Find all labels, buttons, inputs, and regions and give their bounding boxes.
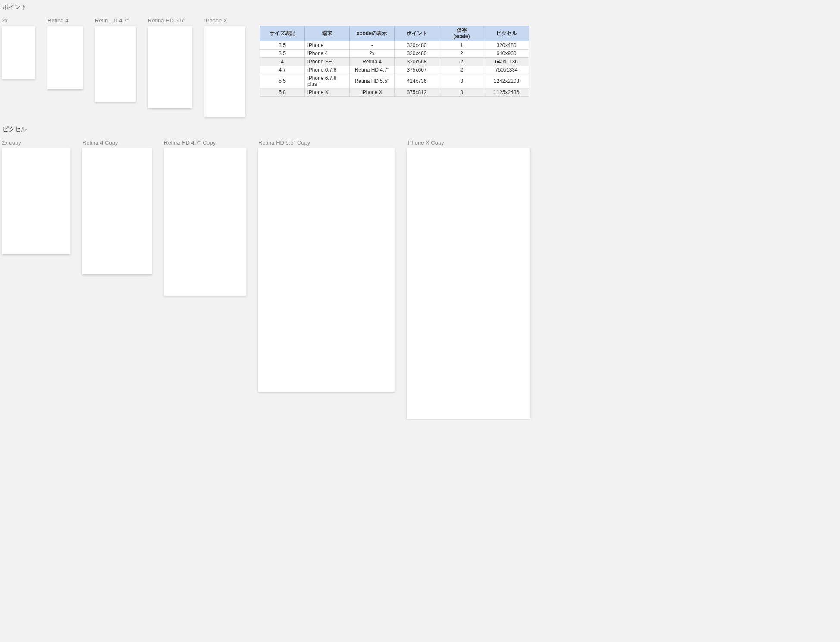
table-cell: 3.5 (260, 41, 305, 49)
table-row: 4.7iPhone 6,7,8Retina HD 4.7"375x6672750… (260, 66, 529, 74)
table-cell: - (350, 41, 395, 49)
table-cell: iPhone 4 (305, 49, 350, 57)
table-cell: 4 (260, 57, 305, 66)
table-cell: Retina HD 5.5" (350, 74, 395, 88)
table-row: 3.5iPhone 42x320x4802640x960 (260, 49, 529, 57)
pixels-artboard-4[interactable] (407, 148, 530, 419)
table-header-3: ポイント (395, 26, 439, 41)
pixels-group-0: 2x copy (2, 139, 70, 254)
table-header-5: ピクセル (484, 26, 529, 41)
table-cell: 375x812 (395, 88, 439, 96)
table-cell: 750x1334 (484, 66, 529, 74)
points-artboard-3[interactable] (148, 26, 192, 108)
pixels-artboard-1[interactable] (82, 148, 152, 274)
table-cell: iPhone 6,7,8 plus (305, 74, 350, 88)
points-label-3[interactable]: Retina HD 5.5" (148, 17, 192, 24)
table-cell: 3 (439, 74, 484, 88)
points-group-0: 2x (2, 17, 35, 79)
table-cell: 414x736 (395, 74, 439, 88)
points-label-0[interactable]: 2x (2, 17, 35, 24)
table-cell: 640x960 (484, 49, 529, 57)
table-cell: Retina HD 4.7" (350, 66, 395, 74)
pixels-artboard-2[interactable] (164, 148, 246, 296)
table-cell: 640x1136 (484, 57, 529, 66)
pixels-label-3[interactable]: Retina HD 5.5" Copy (258, 139, 395, 146)
table-cell: 1 (439, 41, 484, 49)
pixels-label-0[interactable]: 2x copy (2, 139, 70, 146)
table-cell: 2 (439, 57, 484, 66)
pixels-label-1[interactable]: Retina 4 Copy (82, 139, 152, 146)
points-group-1: Retina 4 (47, 17, 83, 89)
pixels-label-4[interactable]: iPhone X Copy (407, 139, 530, 146)
points-group-2: Retin…D 4.7" (95, 17, 136, 102)
artboard-row-pixels: 2x copyRetina 4 CopyRetina HD 4.7" CopyR… (2, 139, 536, 419)
points-label-4[interactable]: iPhone X (204, 17, 245, 24)
table-cell: 320x480 (484, 41, 529, 49)
pixels-artboard-3[interactable] (258, 148, 395, 392)
points-group-3: Retina HD 5.5" (148, 17, 192, 108)
points-label-1[interactable]: Retina 4 (47, 17, 83, 24)
table-cell: 5.5 (260, 74, 305, 88)
pixels-group-3: Retina HD 5.5" Copy (258, 139, 395, 392)
table-cell: 320x480 (395, 49, 439, 57)
table-cell: 2 (439, 66, 484, 74)
table-row: 5.8iPhone XiPhone X375x81231125x2436 (260, 88, 529, 96)
pixels-label-2[interactable]: Retina HD 4.7" Copy (164, 139, 246, 146)
table-cell: 320x480 (395, 41, 439, 49)
device-dimensions-table: サイズ表記端末xcodeの表示ポイント倍率(scale)ピクセル 3.5iPho… (260, 26, 529, 97)
table-cell: iPhone 6,7,8 (305, 66, 350, 74)
pixels-artboard-0[interactable] (2, 148, 70, 254)
table-cell: 1242x2208 (484, 74, 529, 88)
table-cell: 320x568 (395, 57, 439, 66)
table-cell: 375x667 (395, 66, 439, 74)
pixels-group-4: iPhone X Copy (407, 139, 530, 419)
table-header-1: 端末 (305, 26, 350, 41)
table-body: 3.5iPhone-320x4801320x4803.5iPhone 42x32… (260, 41, 529, 96)
points-group-4: iPhone X (204, 17, 245, 117)
table-row: 4iPhone SERetina 4320x5682640x1136 (260, 57, 529, 66)
section-title-points: ポイント (3, 3, 536, 11)
table-header-4: 倍率(scale) (439, 26, 484, 41)
table-row: 3.5iPhone-320x4801320x480 (260, 41, 529, 49)
table-cell: iPhone SE (305, 57, 350, 66)
device-table-wrap: サイズ表記端末xcodeの表示ポイント倍率(scale)ピクセル 3.5iPho… (260, 26, 529, 97)
points-artboard-0[interactable] (2, 26, 35, 79)
table-cell: iPhone X (350, 88, 395, 96)
table-cell: 3.5 (260, 49, 305, 57)
table-cell: iPhone (305, 41, 350, 49)
table-cell: 4.7 (260, 66, 305, 74)
table-cell: 1125x2436 (484, 88, 529, 96)
points-label-2[interactable]: Retin…D 4.7" (95, 17, 136, 24)
table-header-0: サイズ表記 (260, 26, 305, 41)
points-section: ポイント 2xRetina 4Retin…D 4.7"Retina HD 5.5… (2, 3, 536, 117)
table-cell: Retina 4 (350, 57, 395, 66)
table-cell: iPhone X (305, 88, 350, 96)
pixels-group-2: Retina HD 4.7" Copy (164, 139, 246, 296)
table-row: 5.5iPhone 6,7,8 plusRetina HD 5.5"414x73… (260, 74, 529, 88)
points-artboard-2[interactable] (95, 26, 136, 102)
table-header-row: サイズ表記端末xcodeの表示ポイント倍率(scale)ピクセル (260, 26, 529, 41)
points-artboard-4[interactable] (204, 26, 245, 117)
table-cell: 2x (350, 49, 395, 57)
pixels-section: ピクセル 2x copyRetina 4 CopyRetina HD 4.7" … (2, 126, 536, 419)
table-header-2: xcodeの表示 (350, 26, 395, 41)
section-title-pixels: ピクセル (3, 126, 536, 133)
table-cell: 3 (439, 88, 484, 96)
points-artboard-1[interactable] (47, 26, 83, 89)
table-cell: 5.8 (260, 88, 305, 96)
table-cell: 2 (439, 49, 484, 57)
pixels-group-1: Retina 4 Copy (82, 139, 152, 274)
